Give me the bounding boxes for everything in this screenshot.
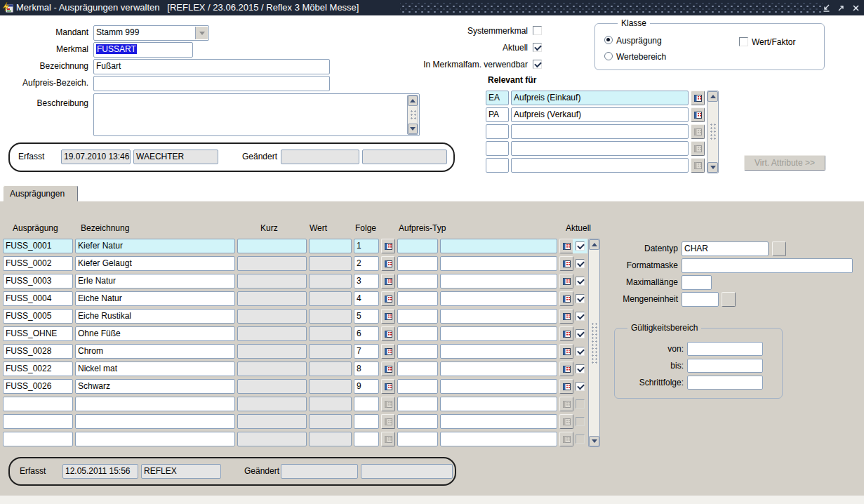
cell-aufpreis-typ-code-input[interactable] — [397, 309, 438, 324]
cell-folge-input[interactable]: 3 — [354, 274, 379, 289]
cell-aufpreis-typ-code-input[interactable] — [397, 291, 438, 306]
datentyp-input[interactable]: CHAR — [682, 241, 769, 256]
cell-aufpreis-typ-code-input[interactable] — [397, 379, 438, 394]
scroll-down-button[interactable] — [707, 162, 718, 173]
restore-down-button[interactable] — [821, 3, 831, 13]
cell-bezeichnung-input[interactable]: Chrom — [75, 344, 235, 359]
scrollbar-thumb[interactable] — [710, 123, 716, 141]
cell-aktuell-checkbox[interactable] — [576, 329, 585, 338]
cell-aufpreis-typ-code-input[interactable] — [397, 326, 438, 341]
tab-auspraegungen[interactable]: Ausprägungen — [3, 185, 78, 201]
scrollbar-track[interactable] — [408, 106, 418, 124]
mengeneinheit-lov-button[interactable] — [722, 292, 736, 307]
cell-folge-lov-button[interactable] — [381, 256, 395, 271]
cell-auspraegung-input[interactable]: FUSS_0001 — [3, 239, 73, 253]
cell-aufpreis-typ-lov-button[interactable] — [559, 309, 573, 324]
bis-input[interactable] — [687, 359, 763, 373]
cell-auspraegung-input[interactable] — [3, 414, 73, 429]
cell-aufpreis-typ-bezeichnung-input[interactable] — [440, 414, 557, 429]
cell-folge-lov-button[interactable] — [381, 326, 395, 341]
cell-aufpreis-typ-lov-button[interactable] — [559, 344, 573, 359]
scroll-up-button[interactable] — [707, 91, 718, 102]
aufpreis-bezeich-input[interactable] — [93, 76, 330, 91]
cell-aufpreis-typ-bezeichnung-input[interactable] — [440, 326, 557, 341]
cell-folge-lov-button[interactable] — [381, 309, 395, 324]
cell-folge-lov-button[interactable] — [381, 379, 395, 394]
cell-folge-lov-button[interactable] — [381, 239, 395, 253]
scroll-down-button[interactable] — [589, 436, 599, 446]
scroll-down-button[interactable] — [408, 124, 418, 134]
relevant-fuer-text-input[interactable] — [511, 124, 689, 139]
cell-bezeichnung-input[interactable]: Erle Natur — [75, 274, 235, 289]
maximallaenge-input[interactable] — [682, 275, 712, 290]
cell-aufpreis-typ-bezeichnung-input[interactable] — [440, 309, 557, 324]
cell-bezeichnung-input[interactable] — [75, 432, 235, 446]
cell-folge-input[interactable]: 8 — [354, 362, 379, 376]
cell-bezeichnung-input[interactable] — [75, 397, 235, 411]
cell-auspraegung-input[interactable]: FUSS_0026 — [3, 379, 73, 394]
relevant-fuer-text-input[interactable]: Aufpreis (Einkauf) — [511, 91, 689, 105]
relevant-fuer-text-input[interactable] — [511, 141, 689, 156]
relevant-fuer-lov-button[interactable] — [691, 107, 705, 122]
cell-bezeichnung-input[interactable] — [75, 414, 235, 429]
cell-aufpreis-typ-code-input[interactable] — [397, 397, 438, 411]
cell-folge-input[interactable]: 1 — [354, 239, 379, 253]
merkmalfam-checkbox[interactable] — [533, 60, 542, 69]
cell-folge-input[interactable]: 2 — [354, 256, 379, 271]
merkmal-input[interactable]: FUSSART — [93, 42, 193, 58]
relevant-fuer-lov-button[interactable] — [691, 91, 705, 105]
mandant-combo[interactable]: Stamm 999 — [93, 25, 209, 41]
cell-aufpreis-typ-code-input[interactable] — [397, 432, 438, 446]
cell-folge-input[interactable] — [354, 397, 379, 411]
relevant-fuer-code-input[interactable]: EA — [486, 91, 509, 105]
cell-aufpreis-typ-code-input[interactable] — [397, 414, 438, 429]
cell-auspraegung-input[interactable] — [3, 397, 73, 411]
von-input[interactable] — [687, 342, 763, 356]
cell-bezeichnung-input[interactable]: Eiche Natur — [75, 291, 235, 306]
cell-bezeichnung-input[interactable]: Schwarz — [75, 379, 235, 394]
relevant-fuer-text-input[interactable]: Aufpreis (Verkauf) — [511, 107, 689, 122]
cell-folge-lov-button[interactable] — [381, 362, 395, 376]
cell-folge-input[interactable] — [354, 414, 379, 429]
relevant-fuer-code-input[interactable] — [486, 124, 509, 139]
datentyp-lov-button[interactable] — [772, 241, 786, 256]
scrollbar-track[interactable] — [707, 102, 718, 162]
cell-aufpreis-typ-code-input[interactable] — [397, 239, 438, 253]
cell-bezeichnung-input[interactable]: Kiefer Natur — [75, 239, 235, 253]
cell-folge-lov-button[interactable] — [381, 274, 395, 289]
scrollbar-thumb[interactable] — [410, 110, 416, 121]
cell-auspraegung-input[interactable]: FUSS_0022 — [3, 362, 73, 376]
schrittfolge-input[interactable] — [687, 376, 763, 390]
cell-aufpreis-typ-bezeichnung-input[interactable] — [440, 379, 557, 394]
beschreibung-textarea[interactable] — [93, 93, 420, 136]
cell-bezeichnung-input[interactable]: Eiche Rustikal — [75, 309, 235, 324]
cell-bezeichnung-input[interactable]: Kiefer Gelaugt — [75, 256, 235, 271]
cell-auspraegung-input[interactable]: FUSS_0028 — [3, 344, 73, 359]
relevant-fuer-code-input[interactable]: PA — [486, 107, 509, 122]
relevant-fuer-code-input[interactable] — [486, 141, 509, 156]
cell-auspraegung-input[interactable]: FUSS_OHNE — [3, 326, 73, 341]
cell-aufpreis-typ-code-input[interactable] — [397, 344, 438, 359]
cell-aktuell-checkbox[interactable] — [576, 312, 585, 321]
radio-auspraegung[interactable] — [604, 36, 613, 44]
cell-folge-lov-button[interactable] — [381, 291, 395, 306]
cell-bezeichnung-input[interactable]: Nickel mat — [75, 362, 235, 376]
cell-folge-input[interactable]: 5 — [354, 309, 379, 324]
formatmaske-input[interactable] — [682, 258, 853, 273]
beschreibung-scrollbar[interactable] — [407, 95, 418, 135]
cell-folge-input[interactable]: 4 — [354, 291, 379, 306]
close-button[interactable] — [851, 3, 860, 13]
relevant-fuer-code-input[interactable] — [486, 158, 509, 173]
cell-aufpreis-typ-bezeichnung-input[interactable] — [440, 362, 557, 376]
systemmerkmal-checkbox[interactable] — [533, 26, 542, 35]
cell-folge-input[interactable]: 9 — [354, 379, 379, 394]
cell-folge-input[interactable] — [354, 432, 379, 446]
cell-aufpreis-typ-lov-button[interactable] — [559, 362, 573, 376]
cell-auspraegung-input[interactable] — [3, 432, 73, 446]
cell-folge-input[interactable]: 7 — [354, 344, 379, 359]
cell-aufpreis-typ-lov-button[interactable] — [559, 326, 573, 341]
scrollbar-thumb[interactable] — [591, 322, 597, 364]
maximize-button[interactable] — [836, 3, 846, 13]
cell-auspraegung-input[interactable]: FUSS_0005 — [3, 309, 73, 324]
cell-aufpreis-typ-bezeichnung-input[interactable] — [440, 344, 557, 359]
